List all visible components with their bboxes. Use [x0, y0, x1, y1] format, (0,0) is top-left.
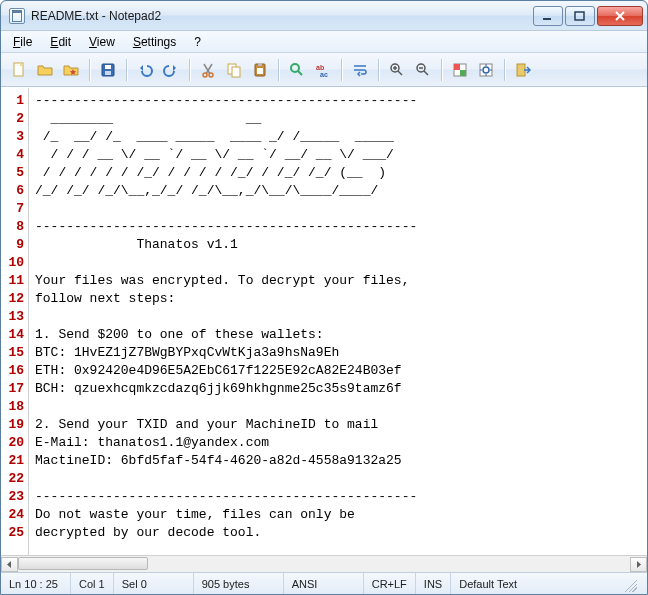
status-selection: Sel 0	[114, 573, 194, 594]
menubar: File Edit View Settings ?	[1, 31, 647, 53]
app-icon	[9, 8, 25, 24]
status-position: Ln 10 : 25	[1, 573, 71, 594]
status-scheme: Default Text	[451, 573, 647, 594]
svg-rect-1	[575, 12, 584, 20]
scroll-track[interactable]	[18, 557, 630, 572]
replace-icon[interactable]: abac	[311, 58, 335, 82]
svg-point-13	[291, 64, 299, 72]
titlebar[interactable]: README.txt - Notepad2	[1, 1, 647, 31]
paste-icon[interactable]	[248, 58, 272, 82]
horizontal-scrollbar[interactable]	[1, 555, 647, 572]
line-number-gutter: 1 2 3 4 5 6 7 8 9 10 11 12 13 14 15 16 1…	[1, 88, 29, 555]
status-eol: CR+LF	[364, 573, 416, 594]
svg-text:ab: ab	[316, 64, 324, 71]
save-icon[interactable]	[96, 58, 120, 82]
scroll-right-arrow[interactable]	[630, 557, 647, 572]
word-wrap-icon[interactable]	[348, 58, 372, 82]
status-encoding: ANSI	[284, 573, 364, 594]
scroll-thumb[interactable]	[18, 557, 148, 570]
svg-rect-20	[460, 70, 466, 76]
menu-help[interactable]: ?	[186, 33, 209, 51]
window-title: README.txt - Notepad2	[31, 9, 533, 23]
new-file-icon[interactable]	[7, 58, 31, 82]
folder-favorite-icon[interactable]	[59, 58, 83, 82]
zoom-out-icon[interactable]	[411, 58, 435, 82]
maximize-button[interactable]	[565, 6, 595, 26]
svg-rect-23	[517, 64, 525, 76]
app-window: README.txt - Notepad2 File Edit View Set…	[0, 0, 648, 595]
open-folder-icon[interactable]	[33, 58, 57, 82]
text-editor[interactable]: ----------------------------------------…	[29, 88, 647, 555]
minimize-button[interactable]	[533, 6, 563, 26]
toolbar: abac	[1, 53, 647, 87]
svg-text:ac: ac	[320, 71, 328, 78]
exit-icon[interactable]	[511, 58, 535, 82]
svg-rect-19	[454, 64, 460, 70]
resize-grip-icon[interactable]	[621, 576, 637, 592]
cut-icon[interactable]	[196, 58, 220, 82]
svg-point-7	[209, 73, 213, 77]
scroll-left-arrow[interactable]	[1, 557, 18, 572]
copy-icon[interactable]	[222, 58, 246, 82]
scheme-icon[interactable]	[448, 58, 472, 82]
find-icon[interactable]	[285, 58, 309, 82]
status-filesize: 905 bytes	[194, 573, 284, 594]
statusbar: Ln 10 : 25 Col 1 Sel 0 905 bytes ANSI CR…	[1, 572, 647, 594]
menu-edit[interactable]: Edit	[42, 33, 79, 51]
svg-rect-5	[105, 71, 111, 75]
redo-icon[interactable]	[159, 58, 183, 82]
status-column: Col 1	[71, 573, 114, 594]
menu-view[interactable]: View	[81, 33, 123, 51]
status-insertmode: INS	[416, 573, 451, 594]
svg-rect-11	[258, 63, 262, 66]
editor-area: 1 2 3 4 5 6 7 8 9 10 11 12 13 14 15 16 1…	[1, 87, 647, 555]
svg-rect-12	[257, 68, 263, 74]
svg-rect-0	[543, 18, 551, 20]
undo-icon[interactable]	[133, 58, 157, 82]
close-button[interactable]	[597, 6, 643, 26]
config-icon[interactable]	[474, 58, 498, 82]
zoom-in-icon[interactable]	[385, 58, 409, 82]
svg-rect-4	[105, 65, 111, 69]
svg-point-6	[203, 73, 207, 77]
menu-settings[interactable]: Settings	[125, 33, 184, 51]
menu-file[interactable]: File	[5, 33, 40, 51]
svg-rect-9	[232, 67, 240, 77]
